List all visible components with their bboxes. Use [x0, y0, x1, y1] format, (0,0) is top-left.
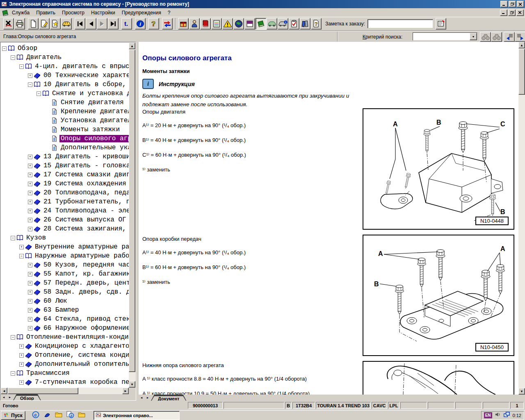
tree-item-label[interactable]: 55 Капот, кр. багажник — [42, 270, 129, 278]
quick-launch-update[interactable]: e — [66, 411, 75, 420]
service-lists-button[interactable] — [211, 18, 222, 30]
tree-item-label[interactable]: Отопление-вентиляция-конди — [25, 333, 129, 341]
tree-item-label[interactable]: Дополнительные ука — [59, 144, 129, 151]
menu-5[interactable]: Предупреждения — [119, 9, 164, 16]
tree-item-label[interactable]: 4-цил. двигатель с впрыс — [34, 63, 129, 70]
collapse-toggle[interactable]: − — [11, 371, 15, 376]
tree-item-label[interactable]: 26 Система выпуска ОГ — [42, 216, 128, 224]
tab-overview[interactable]: Обзор — [13, 394, 41, 400]
mdi-minimize-button[interactable] — [500, 9, 507, 16]
vehicle-button[interactable] — [61, 18, 72, 30]
document-scroll-down-button[interactable]: ▼ — [518, 388, 525, 395]
edit-document-button[interactable] — [39, 18, 50, 30]
expand-toggle[interactable]: + — [28, 218, 32, 222]
tree-vscrollbar[interactable]: ▲ ▼ — [129, 43, 135, 388]
tree-item-label[interactable]: Внутренние арматурные ра — [34, 243, 129, 251]
document-vscroll-thumb[interactable] — [518, 49, 525, 95]
tree-item-label[interactable]: Обзор — [16, 45, 39, 52]
tree-item-label[interactable]: 20 Топливоподача, педа — [42, 189, 129, 196]
volume-icon[interactable] — [495, 411, 501, 419]
tree-item-label[interactable]: Кузов — [25, 234, 47, 242]
tree-vscroll-thumb[interactable] — [129, 50, 135, 372]
repair-manual-button[interactable] — [256, 18, 266, 30]
tree-scroll-up-button[interactable]: ▲ — [129, 43, 135, 49]
expand-toggle[interactable]: + — [28, 73, 32, 78]
tree-item-label[interactable]: 13 Двигатель - кривоши — [42, 153, 129, 160]
combo-dropdown-button[interactable]: ▼ — [470, 33, 477, 40]
circular-flows-button[interactable] — [233, 18, 244, 30]
start-button[interactable]: Пуск — [1, 411, 25, 420]
expand-toggle[interactable]: + — [28, 209, 32, 213]
list-forward-button[interactable] — [515, 32, 525, 42]
menu-4[interactable]: Настройки — [88, 9, 119, 16]
collapse-toggle[interactable]: − — [11, 55, 15, 60]
restore-button[interactable] — [509, 1, 516, 7]
tree-item-label[interactable]: 57 Передн. дверь, цент — [42, 279, 129, 287]
customer-button[interactable] — [189, 18, 200, 30]
quick-launch-browser[interactable]: e — [31, 411, 40, 420]
tree-item-label[interactable]: 50 Кузов, передняя час — [42, 261, 129, 269]
expand-toggle[interactable]: + — [19, 245, 24, 249]
cancel-button[interactable] — [3, 18, 14, 30]
collapse-toggle[interactable]: − — [11, 335, 15, 340]
protocols-button[interactable] — [289, 18, 299, 30]
first-page-button[interactable] — [75, 18, 85, 30]
order-note-button[interactable] — [436, 18, 446, 30]
manuals-button[interactable] — [200, 18, 211, 30]
tree-item-label[interactable]: 00 Технические характе — [42, 72, 129, 79]
expand-toggle[interactable]: + — [28, 182, 32, 186]
tree-item-label[interactable]: 28 Система зажигания, — [42, 225, 128, 233]
tree-item-label[interactable]: Моменты затяжки — [59, 126, 121, 133]
quick-launch-folder-2[interactable] — [77, 411, 86, 420]
expand-toggle[interactable]: + — [28, 155, 32, 159]
expand-toggle[interactable]: + — [28, 326, 32, 331]
prev-page-button[interactable] — [86, 18, 96, 30]
expand-toggle[interactable]: + — [19, 362, 24, 367]
tree-item-label[interactable]: 63 Бампер — [42, 306, 80, 314]
tree-item-label[interactable]: 66 Наружное оформление — [42, 324, 129, 332]
expand-toggle[interactable]: + — [19, 344, 24, 349]
expand-toggle[interactable]: + — [28, 317, 32, 322]
expand-toggle[interactable]: + — [28, 173, 32, 177]
new-document-button[interactable] — [28, 18, 39, 30]
tree-item-label[interactable]: Трансмиссия — [25, 370, 71, 377]
expand-toggle[interactable]: + — [28, 272, 32, 276]
quick-launch-folder[interactable] — [54, 411, 63, 420]
menu-3[interactable]: Просмотр — [59, 9, 88, 16]
library-button[interactable] — [300, 18, 310, 30]
tree-item-label[interactable]: Установка двигател — [59, 117, 129, 124]
collapse-toggle[interactable]: − — [37, 91, 41, 96]
tree-item-label[interactable]: 21 Турбонагнетатель, п — [42, 198, 129, 205]
tree-hscroll-thumb[interactable] — [8, 388, 78, 394]
tree-tab-prev-icon[interactable]: ◄ — [1, 394, 7, 400]
text-size-button[interactable]: t. — [121, 18, 132, 30]
tree-item-label[interactable]: Крепление двигател — [59, 108, 129, 115]
collapse-toggle[interactable]: − — [11, 236, 15, 240]
expand-toggle[interactable]: + — [28, 227, 32, 231]
tree-item-label[interactable]: Отопление, система конди — [34, 352, 129, 359]
expand-toggle[interactable]: + — [28, 191, 32, 195]
collapse-toggle[interactable]: − — [2, 46, 7, 51]
info-button[interactable]: i — [135, 18, 146, 30]
tree-item-label[interactable]: 24 Топливоподача - эле — [42, 207, 129, 215]
tree-item-label[interactable]: Опоры силового агр — [59, 135, 129, 142]
menu-6[interactable]: ? — [164, 9, 174, 16]
tree-item-label[interactable]: Снятие и установка д — [51, 90, 129, 97]
taskbar-task-button[interactable]: Электронная справо... — [94, 411, 180, 420]
menu-1[interactable]: Служба — [9, 9, 33, 16]
tree-item-label[interactable]: Дополнительный отопитель — [34, 361, 129, 368]
warnings-button[interactable] — [222, 18, 233, 30]
document-scroll-up-button[interactable]: ▲ — [518, 42, 525, 48]
language-indicator[interactable]: EN — [484, 412, 492, 418]
refresh-button[interactable] — [162, 18, 173, 30]
remote-access-icon[interactable] — [503, 411, 510, 419]
expand-toggle[interactable]: + — [28, 290, 32, 294]
document-tab-prev-icon[interactable]: ◄ — [139, 395, 144, 400]
close-button[interactable] — [517, 1, 524, 7]
mdi-close-button[interactable] — [516, 9, 524, 16]
expand-toggle[interactable]: + — [19, 353, 24, 358]
quick-launch-app[interactable] — [43, 411, 52, 420]
expand-toggle[interactable]: + — [28, 164, 32, 168]
tree-item-label[interactable]: 58 Задн. дверь, сдв. д — [42, 288, 129, 296]
collapse-toggle[interactable]: − — [19, 64, 24, 69]
